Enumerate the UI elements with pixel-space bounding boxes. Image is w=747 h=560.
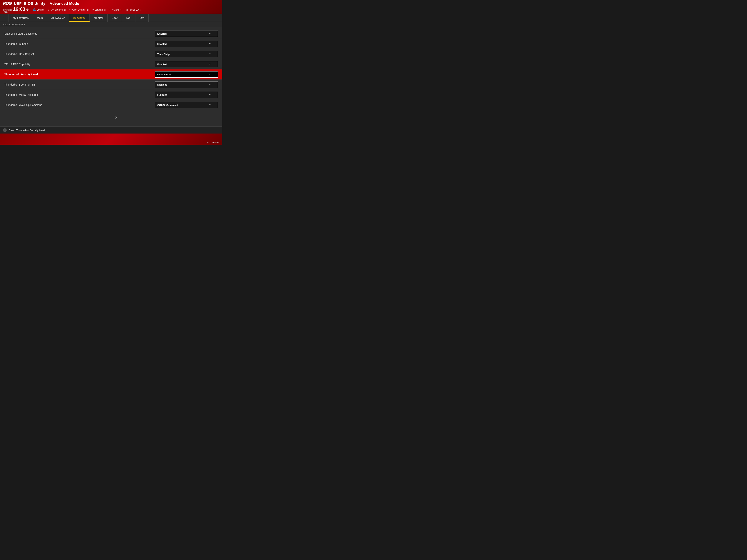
setting-label-data-link: Data Link Feature Exchange: [4, 32, 37, 35]
dropdown-value-tb-security-level: No Security: [157, 73, 171, 76]
dropdown-arrow-tb-host-chipset: ▼: [209, 53, 211, 55]
dropdown-box-tr-hr-fpb[interactable]: Enabled ▼: [155, 61, 218, 68]
bios-title: UEFI BIOS Utility – Advanced Mode: [14, 1, 79, 6]
setting-label-tb-security-level: Thunderbolt Security Level: [4, 73, 38, 76]
myfavorite-button[interactable]: 🖥 MyFavorite(F3): [46, 8, 67, 12]
dropdown-box-tb-host-chipset[interactable]: Titan Ridge ▼: [155, 51, 218, 57]
dropdown-tb-security-level[interactable]: No Security ▼: [155, 71, 218, 78]
monitor-icon: 🖥: [47, 8, 50, 11]
settings-list: Data Link Feature Exchange Enabled ▼ Thu…: [0, 27, 222, 112]
settings-icon[interactable]: ⚙: [26, 8, 29, 11]
dropdown-box-data-link[interactable]: Enabled ▼: [155, 31, 218, 37]
dropdown-box-tb-wakeup[interactable]: GO2SX Command ▼: [155, 102, 218, 108]
dropdown-arrow-tb-mmio: ▼: [209, 94, 211, 96]
setting-row-tb-mmio[interactable]: Thunderbolt MMIO Resource Full Size ▼: [0, 90, 222, 100]
dropdown-tb-boot[interactable]: Disabled ▼: [155, 81, 218, 88]
dropdown-value-tb-support: Enabled: [157, 43, 167, 45]
dropdown-tr-hr-fpb[interactable]: Enabled ▼: [155, 61, 218, 68]
dropdown-data-link[interactable]: Enabled ▼: [155, 31, 218, 37]
aura-button[interactable]: ✦ AURA(F4): [108, 8, 123, 12]
status-bar: i Select Thunderbolt Security Level: [0, 127, 222, 134]
dropdown-box-tb-boot[interactable]: Disabled ▼: [155, 81, 218, 88]
bios-time: 16:03: [13, 7, 25, 11]
search-button[interactable]: ? Search(F9): [91, 8, 107, 12]
setting-label-tb-wakeup: Thunderbolt Wake Up Command: [4, 104, 42, 106]
language-label: English: [37, 8, 44, 11]
setting-row-tb-security-level[interactable]: Thunderbolt Security Level No Security ▼: [0, 70, 222, 80]
dropdown-tb-mmio[interactable]: Full Size ▼: [155, 92, 218, 98]
bios-day: Friday: [3, 11, 12, 13]
myfavorite-label: MyFavorite(F3): [51, 8, 66, 11]
tab-main[interactable]: Main: [33, 14, 47, 22]
bios-header: ROG UEFI BIOS Utility – Advanced Mode 16…: [0, 0, 222, 14]
tab-exit[interactable]: Exit: [135, 14, 149, 22]
dropdown-value-data-link: Enabled: [157, 32, 167, 35]
header-divider: |: [30, 8, 31, 11]
dropdown-value-tb-host-chipset: Titan Ridge: [157, 53, 171, 56]
setting-row-tb-support[interactable]: Thunderbolt Support Enabled ▼: [0, 39, 222, 49]
globe-icon: 🌐: [33, 8, 36, 11]
dropdown-tb-support[interactable]: Enabled ▼: [155, 41, 218, 47]
breadcrumb-path: Advanced\AMD PBS: [3, 23, 25, 26]
dropdown-arrow-tb-support: ▼: [209, 43, 211, 45]
dropdown-tb-host-chipset[interactable]: Titan Ridge ▼: [155, 51, 218, 57]
qfan-button[interactable]: 〰 Qfan Control(F6): [68, 8, 90, 12]
tab-tool[interactable]: Tool: [122, 14, 136, 22]
settings-panel: Data Link Feature Exchange Enabled ▼ Thu…: [0, 27, 222, 127]
tab-boot[interactable]: Boot: [108, 14, 122, 22]
dropdown-value-tb-wakeup: GO2SX Command: [157, 104, 178, 106]
setting-row-data-link[interactable]: Data Link Feature Exchange Enabled ▼: [0, 29, 222, 39]
dropdown-value-tb-boot: Disabled: [157, 83, 167, 86]
dropdown-arrow-tr-hr-fpb: ▼: [209, 63, 211, 65]
tab-monitor[interactable]: Monitor: [90, 14, 107, 22]
question-icon: ?: [92, 8, 94, 11]
language-button[interactable]: 🌐 English: [32, 8, 45, 12]
setting-label-tb-support: Thunderbolt Support: [4, 43, 28, 45]
dropdown-box-tb-security-level[interactable]: No Security ▼: [155, 71, 218, 78]
rog-logo: ROG: [3, 1, 12, 6]
dropdown-box-tb-mmio[interactable]: Full Size ▼: [155, 92, 218, 98]
dropdown-tb-wakeup[interactable]: GO2SX Command ▼: [155, 102, 218, 108]
breadcrumb: Advanced\AMD PBS: [0, 22, 222, 27]
fan-icon: 〰: [69, 8, 72, 11]
mouse-cursor: ➤: [114, 115, 119, 120]
tab-advanced[interactable]: Advanced: [69, 14, 90, 22]
setting-label-tb-boot: Thunderbolt Boot From TB: [4, 83, 35, 86]
tab-ai-tweaker[interactable]: Ai Tweaker: [47, 14, 69, 22]
setting-label-tb-mmio: Thunderbolt MMIO Resource: [4, 93, 38, 96]
dropdown-value-tb-mmio: Full Size: [157, 94, 167, 96]
setting-label-tb-host-chipset: Thunderbolt Host Chipset: [4, 53, 34, 56]
dropdown-arrow-tb-wakeup: ▼: [209, 104, 211, 106]
resizebar-button[interactable]: ⊞ Resize BAR: [125, 8, 142, 12]
search-label: Search(F9): [95, 8, 106, 11]
info-icon: i: [3, 128, 7, 132]
dropdown-arrow-tb-boot: ▼: [209, 83, 211, 86]
resizebar-icon: ⊞: [126, 8, 128, 11]
status-message: Select Thunderbolt Security Level: [9, 129, 45, 132]
qfan-label: Qfan Control(F6): [72, 8, 89, 11]
dropdown-box-tb-support[interactable]: Enabled ▼: [155, 41, 218, 47]
dropdown-arrow-data-link: ▼: [209, 32, 211, 35]
bottom-decoration: Last Modified: [0, 134, 222, 144]
setting-row-tr-hr-fpb[interactable]: TR HR FPB Capability Enabled ▼: [0, 59, 222, 70]
setting-label-tr-hr-fpb: TR HR FPB Capability: [4, 63, 30, 66]
setting-row-tb-host-chipset[interactable]: Thunderbolt Host Chipset Titan Ridge ▼: [0, 49, 222, 59]
last-modified-label: Last Modified: [207, 141, 220, 143]
dropdown-arrow-tb-security-level: ▼: [209, 73, 211, 76]
aura-icon: ✦: [109, 8, 111, 11]
tab-my-favorites[interactable]: My Favorites: [9, 14, 33, 22]
back-button[interactable]: ←: [0, 14, 9, 22]
resizebar-label: Resize BAR: [129, 8, 140, 11]
setting-row-tb-boot[interactable]: Thunderbolt Boot From TB Disabled ▼: [0, 80, 222, 90]
datetime-display: 16/02/2023 Friday 16:03 ⚙: [3, 7, 29, 13]
nav-tabs: ← My Favorites Main Ai Tweaker Advanced …: [0, 14, 222, 22]
setting-row-tb-wakeup[interactable]: Thunderbolt Wake Up Command GO2SX Comman…: [0, 100, 222, 110]
dropdown-value-tr-hr-fpb: Enabled: [157, 63, 167, 66]
aura-label: AURA(F4): [112, 8, 122, 11]
